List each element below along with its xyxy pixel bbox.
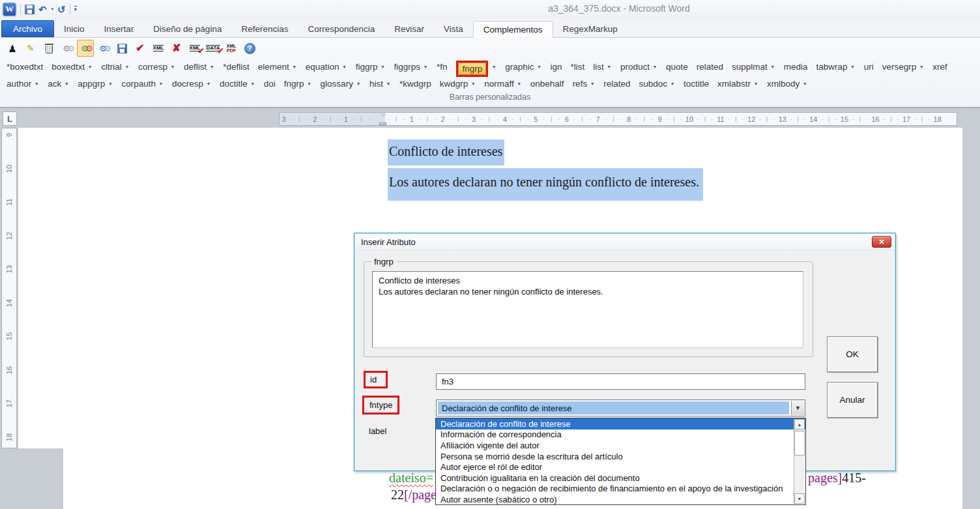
- chevron-down-icon[interactable]: ▾: [803, 81, 806, 87]
- tab-vista[interactable]: Vista: [434, 20, 473, 37]
- chevron-down-icon[interactable]: ▼: [791, 401, 804, 415]
- fntype-combobox[interactable]: Declaración de conflito de interese ▼: [436, 400, 805, 416]
- ribbon-button-x-kwdgrp[interactable]: *kwdgrp: [399, 79, 431, 89]
- ribbon-button-ign[interactable]: ign: [551, 62, 562, 72]
- ribbon-button-xref[interactable]: xref: [932, 62, 947, 72]
- ribbon-button-list[interactable]: list▾: [593, 62, 612, 72]
- chevron-down-icon[interactable]: ▾: [207, 81, 210, 87]
- dialog-title-bar[interactable]: Inserir Atributo: [355, 234, 895, 250]
- ribbon-button-docresp[interactable]: docresp▾: [172, 79, 211, 89]
- dropdown-option[interactable]: Autor ejerce el ról de editor: [436, 461, 805, 473]
- chevron-down-icon[interactable]: ▾: [518, 81, 521, 87]
- chevron-down-icon[interactable]: ▾: [755, 81, 757, 87]
- dropdown-scrollbar[interactable]: ▲ ▼: [794, 419, 805, 504]
- ribbon-button-fngrp[interactable]: fngrp▾: [284, 79, 312, 89]
- tab-revisar[interactable]: Revisar: [384, 20, 434, 37]
- vertical-ruler[interactable]: 9101112131415161718: [1, 128, 17, 448]
- tab-selector[interactable]: L: [3, 111, 17, 126]
- chevron-down-icon[interactable]: ▾: [89, 64, 91, 70]
- ribbon-button-appgrp[interactable]: appgrp▾: [78, 79, 113, 89]
- dropdown-option[interactable]: Declaración de conflito de interese: [436, 418, 805, 429]
- chevron-down-icon[interactable]: ▾: [210, 64, 213, 70]
- data-check-icon[interactable]: DATA✔: [205, 40, 222, 57]
- ribbon-button-product[interactable]: product▾: [620, 62, 657, 72]
- chevron-down-icon[interactable]: ▾: [654, 64, 656, 70]
- ribbon-button-supplmat[interactable]: supplmat▾: [732, 62, 775, 72]
- pencil-icon[interactable]: ✎: [22, 40, 39, 57]
- save-disk-icon[interactable]: [113, 40, 130, 57]
- xml-check-icon[interactable]: XML✔: [186, 40, 203, 57]
- chevron-down-icon[interactable]: ▾: [357, 81, 360, 87]
- chevron-down-icon[interactable]: ▾: [771, 64, 774, 70]
- ribbon-button-corresp[interactable]: corresp▾: [138, 62, 175, 72]
- selected-heading[interactable]: Conflicto de intereses: [388, 139, 504, 166]
- chevron-down-icon[interactable]: ▾: [387, 81, 390, 87]
- xml-pdf-icon[interactable]: XMLPDF: [223, 40, 240, 57]
- ribbon-button-equation[interactable]: equation▾: [306, 62, 347, 72]
- left-indent-marker[interactable]: [379, 123, 386, 125]
- ribbon-button-subdoc[interactable]: subdoc▾: [639, 79, 675, 89]
- ribbon-button-deflist[interactable]: deflist▾: [184, 62, 214, 72]
- ribbon-button-element[interactable]: element▾: [258, 62, 297, 72]
- ribbon-button-x-list[interactable]: *list: [571, 62, 585, 72]
- chevron-down-icon[interactable]: ▾: [65, 81, 68, 87]
- chevron-down-icon[interactable]: ▾: [671, 81, 674, 87]
- tab-archivo[interactable]: Archivo: [1, 20, 54, 37]
- ribbon-button-graphic[interactable]: graphic▾: [505, 62, 541, 72]
- trash-icon[interactable]: [40, 40, 57, 57]
- ribbon-button-doi[interactable]: doi: [264, 79, 276, 89]
- dropdown-option[interactable]: Autor ausente (sabático o otro): [436, 494, 805, 505]
- tab-insertar[interactable]: Insertar: [94, 20, 144, 37]
- tab-referencias[interactable]: Referencias: [231, 20, 298, 37]
- help-icon[interactable]: ?: [241, 40, 258, 57]
- ribbon-button-versegrp[interactable]: versegrp▾: [882, 62, 925, 72]
- chevron-down-icon[interactable]: ▾: [424, 64, 427, 70]
- ribbon-button-kwdgrp[interactable]: kwdgrp▾: [440, 79, 476, 89]
- customize-quick-access-icon[interactable]: ▾: [74, 6, 77, 12]
- chevron-down-icon[interactable]: ▾: [343, 64, 346, 70]
- ribbon-button-uri[interactable]: uri: [864, 62, 874, 72]
- chevron-down-icon[interactable]: ▾: [381, 64, 384, 70]
- scrollbar-thumb[interactable]: [794, 431, 805, 456]
- ribbon-button-doctitle[interactable]: doctitle▾: [220, 79, 255, 89]
- chevron-down-icon[interactable]: ▾: [109, 81, 111, 87]
- tab-regexmarkup[interactable]: RegexMarkup: [553, 20, 627, 37]
- ribbon-button-glossary[interactable]: glossary▾: [321, 79, 361, 89]
- dropdown-option[interactable]: Declaración o o negación de recibimiento…: [436, 484, 805, 495]
- ribbon-button-media[interactable]: media: [784, 62, 808, 72]
- person-icon[interactable]: ♟: [4, 40, 21, 57]
- chevron-down-icon[interactable]: ▾: [852, 64, 854, 70]
- chevron-down-icon[interactable]: ▾: [591, 81, 594, 87]
- gears-blue-icon[interactable]: ⚙⚙: [95, 40, 112, 57]
- close-icon[interactable]: ✕: [872, 236, 891, 248]
- tab-complementos[interactable]: Complementos: [473, 21, 553, 38]
- ribbon-button-related[interactable]: related: [697, 62, 723, 72]
- ribbon-button-author[interactable]: author▾: [7, 79, 39, 89]
- chevron-down-icon[interactable]: ▾: [51, 7, 54, 12]
- word-logo-icon[interactable]: W: [3, 3, 16, 16]
- selected-paragraph[interactable]: Los autores declaran no tener ningún con…: [388, 168, 703, 201]
- xml-icon[interactable]: XML: [150, 40, 167, 57]
- gears-gray-icon[interactable]: ⚙⚙: [59, 40, 76, 57]
- ribbon-button-x-fn[interactable]: *fn: [437, 62, 448, 72]
- ribbon-button-hist[interactable]: hist▾: [369, 79, 391, 89]
- ribbon-button-figgrp[interactable]: figgrp▾: [356, 62, 386, 72]
- cancel-button[interactable]: Anular: [827, 382, 878, 418]
- dropdown-option[interactable]: Información de correspondencia: [436, 429, 805, 441]
- dropdown-option[interactable]: Contribución igualitaria en la creación …: [436, 473, 805, 484]
- chevron-down-icon[interactable]: ▾: [493, 64, 495, 70]
- id-input[interactable]: fn3: [436, 373, 805, 390]
- ribbon-button-figgrps[interactable]: figgrps▾: [394, 62, 428, 72]
- chevron-down-icon[interactable]: ▾: [160, 81, 162, 87]
- chevron-down-icon[interactable]: ▾: [538, 64, 541, 70]
- ribbon-button-xmlbody[interactable]: xmlbody▾: [767, 79, 807, 89]
- ribbon-button-xmlabstr[interactable]: xmlabstr▾: [717, 79, 758, 89]
- ribbon-button-refs[interactable]: refs▾: [573, 79, 596, 89]
- tab-correspondencia[interactable]: Correspondencia: [298, 20, 384, 37]
- ribbon-button-boxedtxt[interactable]: boxedtxt▾: [51, 62, 93, 72]
- chevron-down-icon[interactable]: ▾: [252, 81, 254, 87]
- ribbon-button-quote[interactable]: quote: [666, 62, 688, 72]
- scroll-down-icon[interactable]: ▼: [794, 493, 805, 504]
- ribbon-button-normaff[interactable]: normaff▾: [484, 79, 522, 89]
- chevron-down-icon[interactable]: ▾: [293, 64, 296, 70]
